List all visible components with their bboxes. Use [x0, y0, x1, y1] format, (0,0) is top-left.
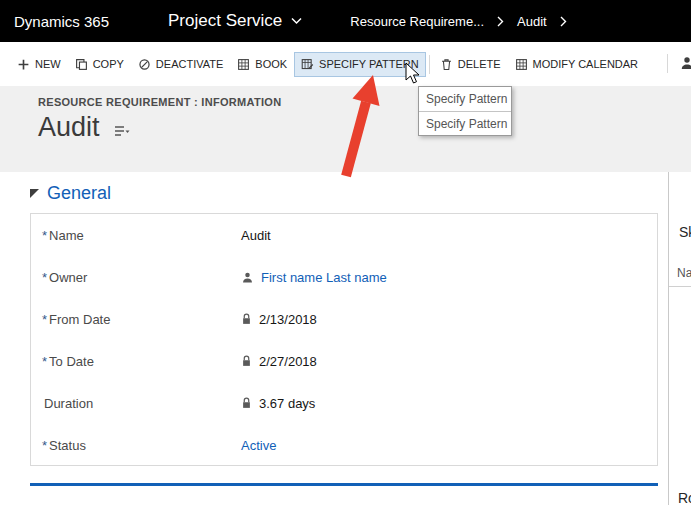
deactivate-icon — [138, 58, 151, 71]
general-section-fields: * Name Audit * Owner First name Last nam… — [30, 213, 658, 466]
field-value-text: 3.67 days — [259, 396, 315, 411]
field-row-from-date: * From Date 2/13/2018 — [31, 298, 657, 340]
duration-field-value: 3.67 days — [229, 396, 315, 411]
modify-calendar-button[interactable]: MODIFY CALENDAR — [508, 52, 646, 77]
field-label-text: From Date — [49, 312, 110, 327]
copy-icon — [75, 58, 88, 71]
field-label: * Status — [31, 438, 229, 453]
breadcrumb: Resource Requireme... Audit — [350, 14, 566, 29]
field-label-text: To Date — [49, 354, 94, 369]
plus-icon — [17, 58, 30, 71]
deactivate-button-label: DEACTIVATE — [156, 58, 223, 70]
new-button[interactable]: NEW — [10, 52, 68, 77]
page-header: RESOURCE REQUIREMENT : INFORMATION Audit — [0, 86, 691, 172]
field-label: * From Date — [31, 312, 229, 327]
person-icon — [241, 271, 254, 284]
field-value-text: 2/27/2018 — [259, 354, 317, 369]
column-header-divider — [669, 286, 691, 287]
breadcrumb-resource-requirement[interactable]: Resource Requireme... — [350, 14, 484, 29]
person-icon[interactable] — [679, 55, 691, 75]
side-panel-bottom-section-label[interactable]: Ro — [678, 490, 691, 505]
required-asterisk: * — [42, 270, 47, 285]
field-label-text: Name — [49, 228, 84, 243]
field-label: * Owner — [31, 270, 229, 285]
required-asterisk: * — [42, 354, 47, 369]
modify-calendar-button-label: MODIFY CALENDAR — [533, 58, 639, 70]
field-row-to-date: * To Date 2/27/2018 — [31, 340, 657, 382]
command-bar: NEW COPY DEACTIVATE BOOK SPECIFY PATTERN… — [0, 42, 691, 86]
dynamics-365-logo[interactable]: Dynamics 365 — [0, 13, 168, 30]
copy-button[interactable]: COPY — [68, 52, 131, 77]
name-field-value[interactable]: Audit — [229, 228, 271, 243]
deactivate-button[interactable]: DEACTIVATE — [131, 52, 230, 77]
specify-pattern-button-label: SPECIFY PATTERN — [319, 58, 419, 70]
field-label-text: Duration — [44, 396, 93, 411]
lock-icon — [241, 355, 252, 367]
grid-icon — [515, 58, 528, 71]
page-title: Audit — [38, 112, 100, 143]
form-selector-icon[interactable] — [114, 125, 130, 138]
specify-pattern-button[interactable]: SPECIFY PATTERN — [294, 52, 426, 77]
chevron-down-icon — [291, 17, 302, 25]
section-general-header[interactable]: General — [30, 172, 170, 204]
app-switcher[interactable]: Project Service — [168, 11, 302, 31]
command-separator — [429, 55, 430, 74]
command-separator — [667, 54, 668, 73]
field-row-duration: Duration 3.67 days — [31, 382, 657, 424]
book-button[interactable]: BOOK — [230, 52, 294, 77]
chevron-right-icon — [560, 16, 567, 27]
section-collapse-icon — [30, 189, 39, 198]
field-value-text: 2/13/2018 — [259, 312, 317, 327]
next-section-divider — [30, 483, 658, 486]
from-date-field-value: 2/13/2018 — [229, 312, 317, 327]
field-row-owner: * Owner First name Last name — [31, 256, 657, 298]
delete-button[interactable]: DELETE — [433, 52, 508, 77]
status-field-value[interactable]: Active — [229, 438, 276, 453]
new-button-label: NEW — [35, 58, 61, 70]
required-asterisk: * — [42, 228, 47, 243]
field-row-name: * Name Audit — [31, 214, 657, 256]
to-date-field-value: 2/27/2018 — [229, 354, 317, 369]
chevron-right-icon — [497, 16, 504, 27]
required-asterisk: * — [42, 312, 47, 327]
field-label-text: Status — [49, 438, 86, 453]
owner-lookup-link[interactable]: First name Last name — [261, 270, 387, 285]
owner-field-value[interactable]: First name Last name — [229, 270, 387, 285]
section-title: General — [47, 183, 111, 204]
tooltip-line: Specify Pattern — [419, 87, 511, 111]
tooltip-line: Specify Pattern — [419, 111, 511, 135]
field-value-text: Audit — [241, 228, 271, 243]
breadcrumb-audit[interactable]: Audit — [517, 14, 547, 29]
side-panel-top-section-label[interactable]: Sk — [679, 224, 691, 240]
book-button-label: BOOK — [255, 58, 287, 70]
form-content: General * Name Audit * Owner First name … — [30, 172, 658, 505]
calendar-pattern-icon — [301, 58, 314, 71]
side-panel: Sk Na Ro — [668, 172, 691, 505]
lock-icon — [241, 397, 252, 409]
app-name: Project Service — [168, 11, 282, 31]
field-label-text: Owner — [49, 270, 87, 285]
grid-icon — [237, 58, 250, 71]
field-label: * To Date — [31, 354, 229, 369]
top-nav-bar: Dynamics 365 Project Service Resource Re… — [0, 0, 691, 42]
lock-icon — [241, 313, 252, 325]
field-row-status: * Status Active — [31, 424, 657, 466]
side-panel-column-header[interactable]: Na — [677, 266, 691, 280]
entity-type-label: RESOURCE REQUIREMENT : INFORMATION — [38, 96, 281, 108]
field-label: * Name — [31, 228, 229, 243]
trash-icon — [440, 58, 453, 71]
status-value-link[interactable]: Active — [241, 438, 276, 453]
delete-button-label: DELETE — [458, 58, 501, 70]
specify-pattern-tooltip: Specify Pattern Specify Pattern — [418, 86, 512, 136]
field-label: Duration — [31, 396, 229, 411]
required-asterisk: * — [42, 438, 47, 453]
copy-button-label: COPY — [93, 58, 124, 70]
